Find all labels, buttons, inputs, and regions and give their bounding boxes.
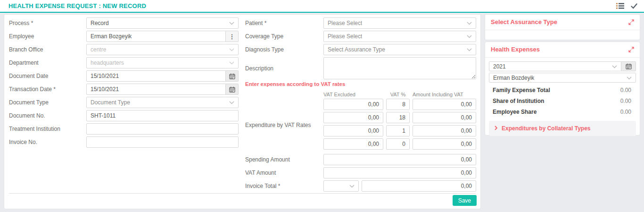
transaction-date-input[interactable] — [86, 84, 226, 95]
invoice-total-field-row: Invoice Total * — [245, 180, 476, 192]
invoice-no-label: Invoice No. — [9, 139, 86, 145]
vat-including-input[interactable] — [413, 125, 476, 136]
description-field-row: Description — [245, 57, 476, 79]
process-select[interactable]: Record — [86, 17, 239, 29]
chevron-down-icon — [229, 46, 234, 53]
vat-including-input[interactable] — [413, 138, 476, 150]
employee-field-row: Employee ⋮ — [9, 31, 239, 42]
health-panel-title: Health Expenses — [491, 46, 540, 53]
person-select[interactable]: Erman Bozdeyik — [489, 73, 636, 83]
invoice-currency-select[interactable] — [323, 180, 359, 192]
employee-label: Employee — [9, 33, 86, 40]
branch-office-field-row: Branch Office centre — [9, 44, 239, 55]
diagnosis-type-select[interactable]: Select Assurance Type — [323, 44, 476, 55]
invoice-total-label: Invoice Total * — [245, 183, 323, 189]
family-expense-total-row: Family Expense Total 0.00 — [489, 87, 636, 93]
vat-rate-input[interactable] — [386, 112, 410, 123]
process-label: Process * — [9, 20, 86, 26]
coverage-type-label: Coverage Type — [245, 33, 323, 40]
vat-table-label: Expenditure by VAT Rates — [245, 122, 323, 128]
list-icon[interactable] — [616, 3, 624, 9]
expenditures-by-collateral-types-toggle[interactable]: Expenditures by Collateral Types — [489, 121, 636, 136]
form-middle-column: Patient * Please Select Coverage Type Pl… — [245, 17, 476, 194]
vat-rate-header: VAT % — [386, 92, 410, 97]
vat-including-input[interactable] — [413, 112, 476, 123]
share-of-institution-row: Share of Institution 0.00 — [489, 98, 636, 104]
chevron-down-icon — [612, 63, 617, 70]
chevron-down-icon — [467, 33, 472, 40]
document-date-label: Document Date — [9, 73, 86, 79]
document-no-field-row: Document No. — [9, 110, 239, 121]
vat-amount-label: VAT Amount — [245, 170, 323, 176]
kebab-menu-icon[interactable]: ⋮ — [226, 31, 239, 42]
health-expenses-panel: Health Expenses 2021 Erman Bozdeyik Fami… — [485, 42, 640, 136]
save-button[interactable]: Save — [453, 195, 477, 206]
stat-value: 0.00 — [620, 109, 631, 115]
document-type-select[interactable]: Document Type — [86, 97, 239, 108]
chevron-down-icon — [467, 46, 472, 53]
page-header: HEALTH EXPENSE REQUEST : NEW RECORD — [0, 0, 644, 13]
vat-including-input[interactable] — [413, 99, 476, 110]
vat-row — [323, 112, 476, 123]
assurance-panel-body — [485, 30, 640, 38]
expand-icon[interactable] — [628, 19, 634, 25]
spending-amount-label: Spending Amount — [245, 156, 323, 163]
calendar-icon[interactable] — [226, 70, 239, 82]
vat-excluded-input[interactable] — [323, 125, 383, 136]
invoice-no-field-row: Invoice No. — [9, 136, 239, 148]
description-textarea[interactable] — [323, 57, 476, 79]
vat-row — [323, 99, 476, 110]
vat-rate-input[interactable] — [386, 138, 410, 150]
spending-amount-input[interactable] — [323, 154, 476, 165]
header-icons — [616, 3, 637, 9]
employee-input[interactable] — [86, 31, 226, 42]
branch-office-label: Branch Office — [9, 46, 86, 53]
treatment-institution-input[interactable] — [86, 123, 239, 135]
chevron-down-icon — [229, 20, 234, 26]
vat-rate-input[interactable] — [386, 99, 410, 110]
treatment-institution-field-row: Treatment Institution — [9, 123, 239, 135]
document-no-input[interactable] — [86, 110, 239, 121]
document-type-label: Document Type — [9, 99, 86, 106]
invoice-no-input[interactable] — [86, 136, 239, 148]
year-select[interactable]: 2021 — [489, 61, 621, 71]
stat-value: 0.00 — [620, 98, 631, 104]
vat-amount-input[interactable] — [323, 167, 476, 178]
chevron-down-icon — [467, 20, 472, 26]
vat-excluded-input[interactable] — [323, 99, 383, 110]
vat-row — [323, 138, 476, 150]
patient-field-row: Patient * Please Select — [245, 17, 476, 29]
branch-office-select: centre — [86, 44, 239, 55]
vat-row — [323, 125, 476, 136]
vat-table-headers: VAT Excluded VAT % Amount Including VAT — [323, 92, 476, 97]
vat-rates-block: Expenditure by VAT Rates — [245, 99, 476, 152]
stat-value: 0.00 — [620, 87, 631, 93]
department-select: headquarters — [86, 57, 239, 68]
calendar-icon[interactable] — [621, 61, 636, 71]
coverage-type-field-row: Coverage Type Please Select — [245, 31, 476, 42]
chevron-down-icon — [229, 59, 234, 66]
calendar-icon[interactable] — [226, 84, 239, 95]
invoice-total-input[interactable] — [362, 180, 476, 192]
check-icon[interactable] — [631, 3, 637, 9]
diagnosis-type-field-row: Diagnosis Type Select Assurance Type — [245, 44, 476, 55]
vat-excluded-input[interactable] — [323, 138, 383, 150]
chevron-down-icon — [627, 75, 632, 81]
document-date-input[interactable] — [86, 70, 226, 82]
chevron-right-icon — [495, 125, 497, 132]
process-field-row: Process * Record — [9, 17, 239, 29]
stat-label: Share of Institution — [493, 98, 544, 104]
chevron-down-icon — [349, 183, 355, 189]
patient-label: Patient * — [245, 20, 323, 26]
patient-select[interactable]: Please Select — [323, 17, 476, 29]
description-label: Description — [245, 65, 323, 72]
coverage-type-select[interactable]: Please Select — [323, 31, 476, 42]
spending-amount-field-row: Spending Amount — [245, 154, 476, 165]
document-date-field-row: Document Date — [9, 70, 239, 82]
form-left-column: Process * Record Employee ⋮ Branch Offic… — [9, 17, 239, 150]
expand-icon[interactable] — [628, 47, 634, 52]
vat-rate-input[interactable] — [386, 125, 410, 136]
vat-excluded-input[interactable] — [323, 112, 383, 123]
collateral-toggle-label: Expenditures by Collateral Types — [502, 125, 591, 132]
stat-label: Employee Share — [493, 109, 537, 115]
